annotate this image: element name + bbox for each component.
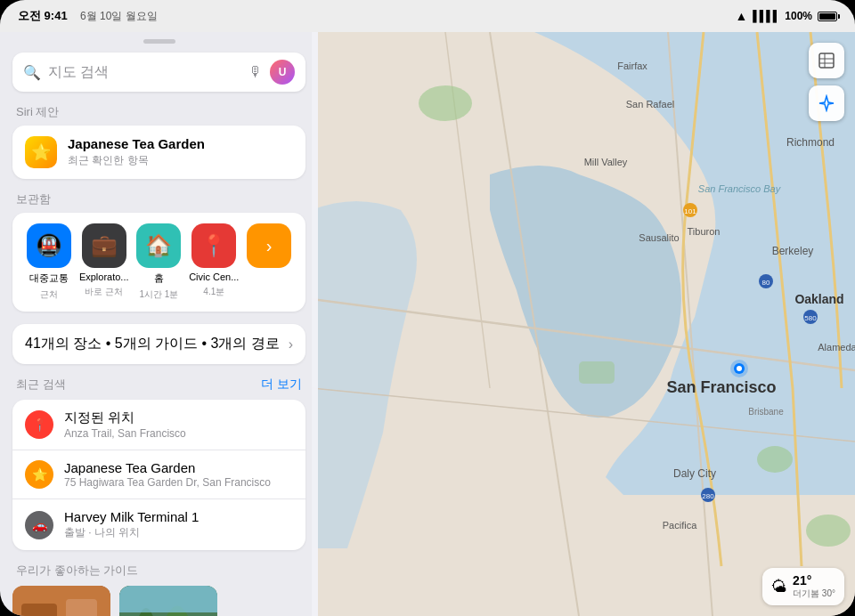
bookmark-civic[interactable]: 📍 Civic Cen... 4.1분 — [188, 223, 240, 301]
svg-text:101: 101 — [684, 207, 696, 215]
search-right: 🎙 U — [248, 60, 295, 85]
explorer-label: Explorato... — [79, 272, 129, 282]
guide-card-nature[interactable] — [119, 586, 217, 616]
svg-rect-40 — [21, 604, 57, 616]
svg-point-34 — [737, 366, 742, 371]
explorer-sub: 바로 근처 — [85, 286, 123, 298]
collections-arrow: › — [289, 336, 293, 353]
map-svg: San Francisco Fairfax San Rafael Mill Va… — [312, 32, 855, 616]
sidebar: 🔍 지도 검색 🎙 U Siri 제안 ⭐ Japanese Tea Garde… — [0, 32, 318, 616]
guide-card-food[interactable] — [12, 586, 110, 616]
svg-rect-9 — [579, 361, 615, 384]
user-avatar[interactable]: U — [270, 60, 295, 85]
recent-tea-garden-title: Japanese Tea Garden — [64, 460, 293, 475]
svg-text:Berkeley: Berkeley — [772, 245, 814, 257]
battery-label: 100% — [785, 10, 812, 22]
map-type-button[interactable] — [809, 43, 844, 78]
siri-suggestion-icon: ⭐ — [25, 136, 57, 168]
recent-harvey-sub: 출발 · 나의 위치 — [64, 525, 293, 540]
see-more-button[interactable]: 더 보기 — [261, 377, 302, 393]
map-controls — [809, 43, 844, 121]
mic-icon[interactable]: 🎙 — [248, 64, 263, 80]
home-sub: 1시간 1분 — [140, 288, 179, 301]
recent-header: 최근 검색 더 보기 — [0, 377, 318, 400]
more-icon: › — [247, 223, 291, 268]
signal-icon: ▌▌▌▌ — [753, 10, 779, 22]
svg-text:Sausalito: Sausalito — [639, 232, 679, 243]
civic-icon: 📍 — [191, 223, 236, 268]
bookmark-home[interactable]: 🏠 홈 1시간 1분 — [134, 223, 185, 301]
svg-text:80: 80 — [762, 279, 770, 287]
ipad-frame: 오전 9:41 6월 10일 월요일 ▲ ▌▌▌▌ 100% — [0, 0, 855, 616]
svg-text:Brisbane: Brisbane — [748, 407, 784, 417]
guide-cards — [0, 586, 318, 616]
weather-sub: 더기봄 30° — [793, 588, 835, 600]
siri-suggestion-card[interactable]: ⭐ Japanese Tea Garden 최근 확인한 항목 — [12, 126, 305, 179]
search-icon: 🔍 — [23, 64, 41, 81]
recent-tea-garden-text: Japanese Tea Garden 75 Hagiwara Tea Gard… — [64, 460, 293, 489]
wifi-icon: ▲ — [735, 9, 747, 23]
svg-text:San Francisco: San Francisco — [666, 378, 776, 396]
svg-text:Oakland: Oakland — [794, 292, 843, 306]
recent-location-text: 지정된 위치 Anza Trail, San Francisco — [64, 409, 293, 440]
recent-item-tea-garden[interactable]: ⭐ Japanese Tea Garden 75 Hagiwara Tea Ga… — [12, 450, 305, 499]
svg-point-8 — [806, 515, 851, 547]
bookmark-more[interactable]: › — [243, 223, 295, 301]
location-pin-icon: 📍 — [25, 410, 53, 439]
collections-row[interactable]: 41개의 장소 • 5개의 가이드 • 3개의 경로 › — [12, 324, 305, 364]
transit-icon: 🚇 — [27, 223, 71, 268]
siri-section-label: Siri 제안 — [0, 104, 318, 126]
bookmark-transit[interactable]: 🚇 대중교통 근처 — [23, 223, 75, 301]
civic-label: Civic Cen... — [189, 272, 239, 282]
svg-text:San Rafael: San Rafael — [626, 99, 674, 109]
siri-suggestion-text: Japanese Tea Garden 최근 확인한 항목 — [68, 136, 293, 168]
tea-garden-icon: ⭐ — [25, 460, 53, 489]
recent-location-sub: Anza Trail, San Francisco — [64, 427, 293, 440]
svg-text:Richmond: Richmond — [786, 136, 835, 149]
transit-label: 대중교통 — [29, 272, 69, 285]
recent-item-location[interactable]: 📍 지정된 위치 Anza Trail, San Francisco — [12, 400, 305, 450]
svg-rect-35 — [819, 53, 834, 68]
recent-section-label: 최근 검색 — [16, 377, 66, 393]
svg-text:580: 580 — [804, 314, 817, 322]
terminal-icon: 🚗 — [25, 511, 53, 539]
recent-harvey-text: Harvey Milk Terminal 1 출발 · 나의 위치 — [64, 509, 293, 540]
search-bar[interactable]: 🔍 지도 검색 🎙 U — [12, 53, 305, 92]
bookmarks-section: 🚇 대중교통 근처 💼 Explorato... 바로 근처 🏠 홈 1시간 1… — [12, 213, 305, 312]
recent-location-title: 지정된 위치 — [64, 409, 293, 426]
svg-text:Pacifica: Pacifica — [663, 520, 697, 531]
svg-point-6 — [419, 85, 472, 121]
svg-text:Daly City: Daly City — [673, 467, 716, 480]
map-area[interactable]: San Francisco Fairfax San Rafael Mill Va… — [312, 32, 855, 616]
recent-item-harvey-milk[interactable]: 🚗 Harvey Milk Terminal 1 출발 · 나의 위치 — [12, 499, 305, 550]
collections-text: 41개의 장소 • 5개의 가이드 • 3개의 경로 — [25, 335, 280, 353]
civic-sub: 4.1분 — [203, 286, 224, 298]
svg-text:Alameda: Alameda — [818, 342, 855, 353]
svg-rect-41 — [66, 599, 97, 616]
svg-text:Mill Valley: Mill Valley — [584, 157, 628, 167]
svg-rect-47 — [119, 586, 217, 612]
bookmarks-grid: 🚇 대중교통 근처 💼 Explorato... 바로 근처 🏠 홈 1시간 1… — [23, 223, 295, 301]
weather-temp: 21° — [793, 573, 835, 588]
status-right: ▲ ▌▌▌▌ 100% — [735, 9, 837, 23]
svg-text:Tiburon: Tiburon — [688, 226, 721, 237]
svg-text:San Francisco Bay: San Francisco Bay — [698, 183, 782, 194]
svg-text:280: 280 — [702, 492, 714, 500]
time-display: 오전 9:41 — [18, 9, 68, 22]
svg-text:Fairfax: Fairfax — [617, 61, 647, 71]
home-label: 홈 — [154, 272, 164, 285]
battery-icon — [818, 12, 837, 21]
location-button[interactable] — [809, 85, 844, 121]
siri-suggestion-title: Japanese Tea Garden — [68, 136, 293, 151]
status-bar: 오전 9:41 6월 10일 월요일 ▲ ▌▌▌▌ 100% — [0, 0, 855, 32]
transit-sub: 근처 — [40, 288, 58, 301]
search-placeholder[interactable]: 지도 검색 — [48, 63, 241, 82]
bookmarks-section-label: 보관함 — [0, 191, 318, 213]
bookmark-explorer[interactable]: 💼 Explorato... 바로 근처 — [78, 223, 130, 301]
weather-widget: 🌤 21° 더기봄 30° — [762, 568, 844, 605]
drag-handle — [143, 39, 175, 44]
explorer-icon: 💼 — [82, 223, 126, 268]
weather-icon: 🌤 — [771, 578, 787, 596]
recent-tea-garden-sub: 75 Hagiwara Tea Garden Dr, San Francisco — [64, 476, 293, 489]
guides-section-label: 우리가 좋아하는 가이드 — [0, 563, 318, 586]
